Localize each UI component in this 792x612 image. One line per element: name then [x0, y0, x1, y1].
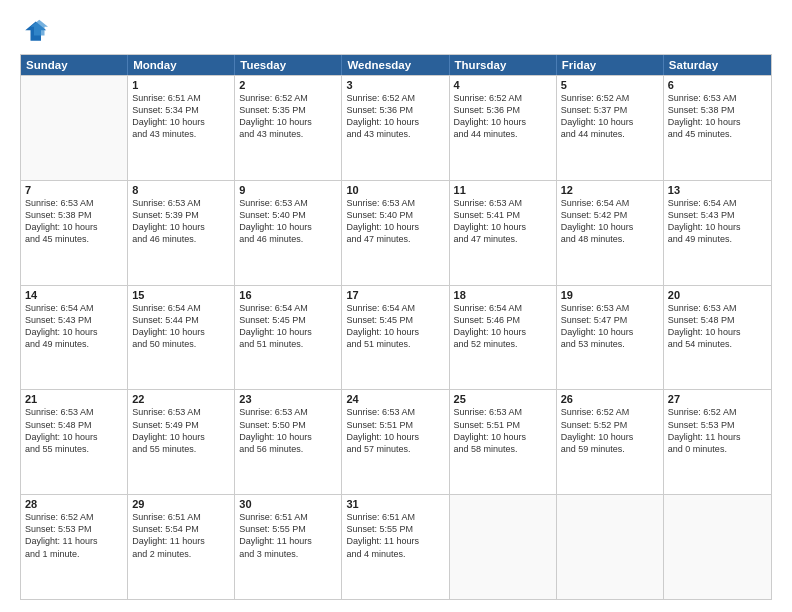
- day-number: 13: [668, 184, 767, 196]
- day-number: 28: [25, 498, 123, 510]
- day-number: 2: [239, 79, 337, 91]
- calendar-cell: 6Sunrise: 6:53 AM Sunset: 5:38 PM Daylig…: [664, 76, 771, 180]
- day-info: Sunrise: 6:54 AM Sunset: 5:42 PM Dayligh…: [561, 197, 659, 246]
- header: [20, 18, 772, 46]
- calendar-header-cell: Wednesday: [342, 55, 449, 75]
- calendar-cell: 30Sunrise: 6:51 AM Sunset: 5:55 PM Dayli…: [235, 495, 342, 599]
- calendar-cell: 16Sunrise: 6:54 AM Sunset: 5:45 PM Dayli…: [235, 286, 342, 390]
- calendar-row: 28Sunrise: 6:52 AM Sunset: 5:53 PM Dayli…: [21, 494, 771, 599]
- calendar-row: 7Sunrise: 6:53 AM Sunset: 5:38 PM Daylig…: [21, 180, 771, 285]
- calendar-cell: 31Sunrise: 6:51 AM Sunset: 5:55 PM Dayli…: [342, 495, 449, 599]
- calendar-cell: 21Sunrise: 6:53 AM Sunset: 5:48 PM Dayli…: [21, 390, 128, 494]
- calendar-row: 1Sunrise: 6:51 AM Sunset: 5:34 PM Daylig…: [21, 75, 771, 180]
- calendar-cell: [450, 495, 557, 599]
- day-info: Sunrise: 6:53 AM Sunset: 5:50 PM Dayligh…: [239, 406, 337, 455]
- calendar-row: 14Sunrise: 6:54 AM Sunset: 5:43 PM Dayli…: [21, 285, 771, 390]
- calendar-cell: 24Sunrise: 6:53 AM Sunset: 5:51 PM Dayli…: [342, 390, 449, 494]
- day-info: Sunrise: 6:51 AM Sunset: 5:34 PM Dayligh…: [132, 92, 230, 141]
- day-info: Sunrise: 6:53 AM Sunset: 5:48 PM Dayligh…: [668, 302, 767, 351]
- day-number: 9: [239, 184, 337, 196]
- calendar-header-cell: Sunday: [21, 55, 128, 75]
- day-info: Sunrise: 6:54 AM Sunset: 5:43 PM Dayligh…: [25, 302, 123, 351]
- calendar-cell: 9Sunrise: 6:53 AM Sunset: 5:40 PM Daylig…: [235, 181, 342, 285]
- day-info: Sunrise: 6:52 AM Sunset: 5:53 PM Dayligh…: [25, 511, 123, 560]
- calendar-cell: 22Sunrise: 6:53 AM Sunset: 5:49 PM Dayli…: [128, 390, 235, 494]
- day-number: 5: [561, 79, 659, 91]
- calendar-cell: 18Sunrise: 6:54 AM Sunset: 5:46 PM Dayli…: [450, 286, 557, 390]
- day-info: Sunrise: 6:52 AM Sunset: 5:37 PM Dayligh…: [561, 92, 659, 141]
- day-info: Sunrise: 6:54 AM Sunset: 5:43 PM Dayligh…: [668, 197, 767, 246]
- calendar-cell: 26Sunrise: 6:52 AM Sunset: 5:52 PM Dayli…: [557, 390, 664, 494]
- calendar: SundayMondayTuesdayWednesdayThursdayFrid…: [20, 54, 772, 600]
- calendar-cell: 12Sunrise: 6:54 AM Sunset: 5:42 PM Dayli…: [557, 181, 664, 285]
- calendar-header-cell: Saturday: [664, 55, 771, 75]
- calendar-cell: 2Sunrise: 6:52 AM Sunset: 5:35 PM Daylig…: [235, 76, 342, 180]
- calendar-cell: 17Sunrise: 6:54 AM Sunset: 5:45 PM Dayli…: [342, 286, 449, 390]
- calendar-cell: 25Sunrise: 6:53 AM Sunset: 5:51 PM Dayli…: [450, 390, 557, 494]
- calendar-cell: 13Sunrise: 6:54 AM Sunset: 5:43 PM Dayli…: [664, 181, 771, 285]
- day-number: 1: [132, 79, 230, 91]
- day-info: Sunrise: 6:52 AM Sunset: 5:36 PM Dayligh…: [454, 92, 552, 141]
- day-info: Sunrise: 6:53 AM Sunset: 5:40 PM Dayligh…: [239, 197, 337, 246]
- day-info: Sunrise: 6:53 AM Sunset: 5:38 PM Dayligh…: [668, 92, 767, 141]
- day-number: 16: [239, 289, 337, 301]
- day-number: 11: [454, 184, 552, 196]
- calendar-cell: [21, 76, 128, 180]
- day-info: Sunrise: 6:53 AM Sunset: 5:49 PM Dayligh…: [132, 406, 230, 455]
- day-number: 17: [346, 289, 444, 301]
- day-info: Sunrise: 6:54 AM Sunset: 5:46 PM Dayligh…: [454, 302, 552, 351]
- calendar-cell: [557, 495, 664, 599]
- day-info: Sunrise: 6:54 AM Sunset: 5:44 PM Dayligh…: [132, 302, 230, 351]
- calendar-cell: 5Sunrise: 6:52 AM Sunset: 5:37 PM Daylig…: [557, 76, 664, 180]
- calendar-cell: 11Sunrise: 6:53 AM Sunset: 5:41 PM Dayli…: [450, 181, 557, 285]
- day-number: 30: [239, 498, 337, 510]
- calendar-cell: 3Sunrise: 6:52 AM Sunset: 5:36 PM Daylig…: [342, 76, 449, 180]
- calendar-cell: 4Sunrise: 6:52 AM Sunset: 5:36 PM Daylig…: [450, 76, 557, 180]
- calendar-body: 1Sunrise: 6:51 AM Sunset: 5:34 PM Daylig…: [21, 75, 771, 599]
- day-info: Sunrise: 6:53 AM Sunset: 5:47 PM Dayligh…: [561, 302, 659, 351]
- day-number: 24: [346, 393, 444, 405]
- calendar-header: SundayMondayTuesdayWednesdayThursdayFrid…: [21, 55, 771, 75]
- day-info: Sunrise: 6:53 AM Sunset: 5:51 PM Dayligh…: [346, 406, 444, 455]
- day-number: 19: [561, 289, 659, 301]
- calendar-cell: 23Sunrise: 6:53 AM Sunset: 5:50 PM Dayli…: [235, 390, 342, 494]
- day-number: 4: [454, 79, 552, 91]
- day-number: 18: [454, 289, 552, 301]
- day-info: Sunrise: 6:52 AM Sunset: 5:35 PM Dayligh…: [239, 92, 337, 141]
- calendar-cell: 15Sunrise: 6:54 AM Sunset: 5:44 PM Dayli…: [128, 286, 235, 390]
- day-info: Sunrise: 6:51 AM Sunset: 5:55 PM Dayligh…: [239, 511, 337, 560]
- calendar-header-cell: Tuesday: [235, 55, 342, 75]
- day-info: Sunrise: 6:54 AM Sunset: 5:45 PM Dayligh…: [346, 302, 444, 351]
- calendar-cell: 1Sunrise: 6:51 AM Sunset: 5:34 PM Daylig…: [128, 76, 235, 180]
- calendar-cell: [664, 495, 771, 599]
- calendar-cell: 14Sunrise: 6:54 AM Sunset: 5:43 PM Dayli…: [21, 286, 128, 390]
- calendar-cell: 19Sunrise: 6:53 AM Sunset: 5:47 PM Dayli…: [557, 286, 664, 390]
- day-number: 20: [668, 289, 767, 301]
- day-info: Sunrise: 6:53 AM Sunset: 5:40 PM Dayligh…: [346, 197, 444, 246]
- day-number: 3: [346, 79, 444, 91]
- calendar-header-cell: Friday: [557, 55, 664, 75]
- day-number: 10: [346, 184, 444, 196]
- day-info: Sunrise: 6:54 AM Sunset: 5:45 PM Dayligh…: [239, 302, 337, 351]
- calendar-header-cell: Thursday: [450, 55, 557, 75]
- day-info: Sunrise: 6:51 AM Sunset: 5:54 PM Dayligh…: [132, 511, 230, 560]
- day-info: Sunrise: 6:53 AM Sunset: 5:39 PM Dayligh…: [132, 197, 230, 246]
- page: SundayMondayTuesdayWednesdayThursdayFrid…: [0, 0, 792, 612]
- day-number: 8: [132, 184, 230, 196]
- calendar-header-cell: Monday: [128, 55, 235, 75]
- day-number: 21: [25, 393, 123, 405]
- day-number: 12: [561, 184, 659, 196]
- day-number: 31: [346, 498, 444, 510]
- day-info: Sunrise: 6:52 AM Sunset: 5:36 PM Dayligh…: [346, 92, 444, 141]
- day-info: Sunrise: 6:53 AM Sunset: 5:51 PM Dayligh…: [454, 406, 552, 455]
- calendar-cell: 7Sunrise: 6:53 AM Sunset: 5:38 PM Daylig…: [21, 181, 128, 285]
- day-number: 15: [132, 289, 230, 301]
- day-info: Sunrise: 6:52 AM Sunset: 5:53 PM Dayligh…: [668, 406, 767, 455]
- day-info: Sunrise: 6:51 AM Sunset: 5:55 PM Dayligh…: [346, 511, 444, 560]
- day-number: 7: [25, 184, 123, 196]
- day-number: 27: [668, 393, 767, 405]
- day-number: 22: [132, 393, 230, 405]
- logo: [20, 18, 50, 46]
- day-number: 6: [668, 79, 767, 91]
- calendar-cell: 10Sunrise: 6:53 AM Sunset: 5:40 PM Dayli…: [342, 181, 449, 285]
